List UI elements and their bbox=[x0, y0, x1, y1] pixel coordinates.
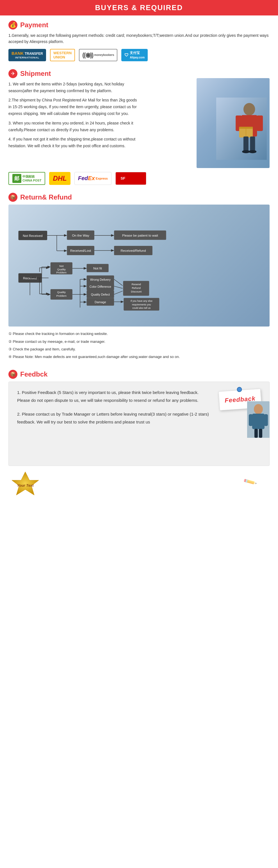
china-post-icon: 邮 bbox=[12, 174, 21, 183]
svg-text:Not: Not bbox=[59, 265, 64, 268]
svg-text:requirements you: requirements you bbox=[132, 303, 151, 306]
china-post-logo: 邮 中国邮政CHINA POST bbox=[8, 172, 45, 185]
pin-icon bbox=[237, 386, 242, 392]
damage-label: Damage bbox=[95, 300, 106, 304]
return-notes: ① Please check the tracking in formation… bbox=[8, 331, 270, 360]
page-title: BUYERS & REQUIRED bbox=[0, 3, 278, 12]
note-3: ③ Check the package and Item, carefully. bbox=[8, 346, 270, 352]
your-text-badge-area: Your Text bbox=[8, 470, 270, 498]
note-2: ② Please contact us by meesage, e-mail, … bbox=[8, 338, 270, 345]
flowchart-svg: Not Received On the Way Please be patien… bbox=[13, 210, 265, 320]
svg-rect-69 bbox=[252, 414, 265, 429]
return-heading: Return& Refund bbox=[20, 193, 72, 201]
wrong-delivery-label: Wrong Delivery bbox=[90, 278, 111, 281]
payment-description: 1.Generally, we accept the following pay… bbox=[8, 32, 270, 45]
received-refund-label: Received/Refund bbox=[121, 249, 146, 252]
shipment-icon: ✈ bbox=[8, 69, 18, 78]
not-received-label: Not Received bbox=[23, 234, 42, 237]
payment-section: 💰 Payment 1.Generally, we accept the fol… bbox=[0, 16, 278, 64]
person-thumbnail bbox=[247, 401, 270, 438]
western-union-logo: WESTERNUNION bbox=[50, 49, 75, 61]
svg-text:Problem: Problem bbox=[57, 271, 67, 274]
page-header: BUYERS & REQUIRED bbox=[0, 0, 278, 16]
bank-transfer-logo: BANK TRANSFER INTERNATIONAL bbox=[8, 49, 46, 61]
payment-heading: Payment bbox=[20, 21, 48, 29]
svg-point-10 bbox=[242, 150, 250, 153]
return-title-row: 📦 Return& Refund bbox=[8, 193, 270, 202]
quality-defect-label: Quality Defect bbox=[91, 292, 110, 296]
return-refund-section: 📦 Return& Refund Not Received On bbox=[0, 188, 278, 365]
color-diff-label: Color Difference bbox=[90, 285, 111, 288]
svg-rect-8 bbox=[243, 136, 248, 152]
fedex-logo: FedEx Express bbox=[74, 172, 111, 185]
svg-rect-70 bbox=[249, 414, 253, 426]
svg-text:Your Text: Your Text bbox=[17, 483, 34, 488]
svg-line-56 bbox=[114, 286, 123, 288]
be-patient-label: Please be patient to wait bbox=[122, 233, 158, 237]
svg-text:Quality: Quality bbox=[57, 268, 66, 271]
sf-express-logo: SF EXPRESS顺丰速运 bbox=[115, 172, 147, 185]
payment-title-row: 💰 Payment bbox=[8, 21, 270, 30]
svg-point-11 bbox=[249, 150, 257, 153]
your-text-badge: Your Text bbox=[8, 470, 42, 498]
badge-svg: Your Text bbox=[8, 470, 42, 498]
feedback-icon: 📦 bbox=[8, 370, 18, 379]
shipment-content: 1. We will sent the items within 2-5days… bbox=[8, 81, 270, 168]
svg-text:If you have any else: If you have any else bbox=[131, 300, 152, 302]
moneybookers-logo: ((◉)) moneybookers bbox=[79, 49, 117, 61]
note-4: ④ Please Note: Men made defects are not … bbox=[8, 353, 270, 360]
svg-text:Problem: Problem bbox=[57, 294, 67, 297]
not-fit-label: Not fit bbox=[93, 267, 102, 270]
note-1: ① Please check the tracking in formation… bbox=[8, 331, 270, 337]
received-lost-label: Received/Lost bbox=[70, 249, 91, 252]
svg-line-57 bbox=[114, 291, 123, 294]
shipment-point-3: 3. When you receive the items you ordere… bbox=[8, 120, 138, 133]
svg-point-68 bbox=[254, 404, 263, 414]
shipment-title-row: ✈ Shipment bbox=[8, 69, 270, 78]
dhl-logo: DHL bbox=[49, 172, 70, 185]
svg-text:Discount: Discount bbox=[131, 290, 142, 293]
flowchart-container: Not Received On the Way Please be patien… bbox=[8, 205, 270, 327]
svg-rect-4 bbox=[257, 116, 263, 131]
svg-text:could also tell us: could also tell us bbox=[132, 307, 150, 309]
person-small-svg bbox=[247, 401, 270, 438]
svg-rect-71 bbox=[264, 414, 268, 426]
return-icon: 📦 bbox=[8, 193, 18, 202]
svg-text:Quality: Quality bbox=[57, 290, 66, 293]
payment-icon: 💰 bbox=[8, 21, 18, 30]
shipment-section: ✈ Shipment 1. We will sent the items wit… bbox=[0, 64, 278, 188]
payment-logos-row: BANK TRANSFER INTERNATIONAL WESTERNUNION… bbox=[8, 49, 270, 61]
svg-rect-73 bbox=[259, 429, 262, 438]
feedback-title-row: 📦 Feedbck bbox=[8, 370, 270, 379]
shipment-point-2: 2.The shipment by China Post Registered … bbox=[8, 97, 138, 117]
shipment-person-svg bbox=[216, 89, 267, 168]
svg-text:邮: 邮 bbox=[14, 176, 20, 181]
feedback-image-area: Feedback bbox=[213, 381, 270, 438]
feedback-section: 📦 Feedbck Feedback 1. Positive Feedback … bbox=[0, 365, 278, 501]
alipay-logo: 🛡 支付宝Alipay.com bbox=[121, 49, 148, 61]
feedback-heading: Feedbck bbox=[20, 370, 47, 378]
shipment-text-area: 1. We will sent the items within 2-5days… bbox=[8, 81, 194, 152]
svg-text:Refund: Refund bbox=[132, 286, 141, 289]
on-the-way-label: On the Way bbox=[72, 233, 89, 237]
svg-rect-72 bbox=[254, 429, 258, 438]
shipment-point-1: 1. We will sent the items within 2-5days… bbox=[8, 81, 138, 94]
svg-line-55 bbox=[114, 279, 123, 285]
shipment-heading: Shipment bbox=[20, 70, 51, 78]
svg-rect-9 bbox=[250, 136, 255, 152]
ship-logos-row: 邮 中国邮政CHINA POST DHL FedEx Express SF EX… bbox=[8, 172, 270, 185]
svg-point-1 bbox=[243, 103, 255, 115]
shipment-point-4: 4. If you have not got it within the shi… bbox=[8, 136, 138, 150]
svg-text:Resend: Resend bbox=[131, 283, 141, 286]
shipment-image bbox=[197, 78, 270, 168]
